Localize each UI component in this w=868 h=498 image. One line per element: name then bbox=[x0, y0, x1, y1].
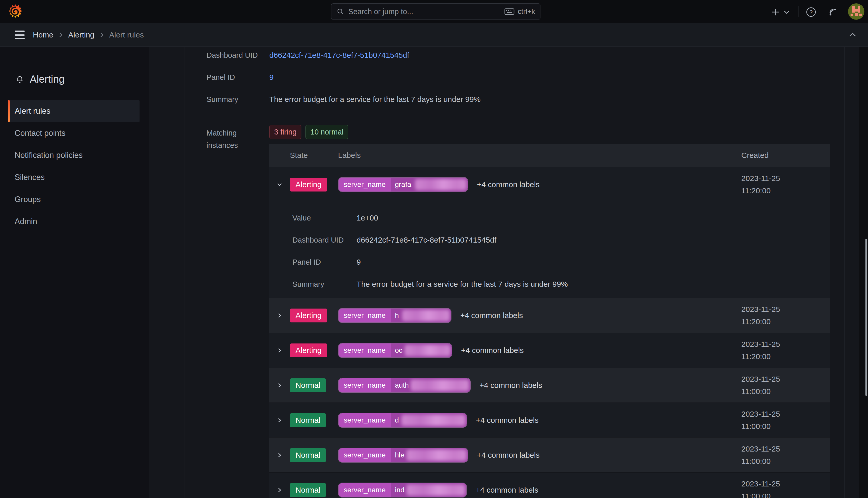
collapse-header-button[interactable] bbox=[847, 30, 858, 40]
state-badge: Alerting bbox=[290, 309, 327, 323]
table-row[interactable]: Alerting server_name grafa +4 common l bbox=[269, 167, 830, 298]
label-pill: server_name h bbox=[338, 308, 451, 323]
label-pill: server_name grafa bbox=[338, 177, 468, 192]
detail-summary: The error budget for a service for the l… bbox=[356, 280, 568, 289]
created-cell: 2023-11-2511:00:00 bbox=[741, 443, 830, 468]
summary-text: The error budget for a service for the l… bbox=[269, 95, 481, 104]
news-button[interactable] bbox=[827, 6, 839, 18]
header-state: State bbox=[290, 151, 338, 160]
table-row[interactable]: Normal server_name ind +4 common labels … bbox=[269, 472, 830, 498]
field-panel-id: Panel ID 9 bbox=[206, 66, 830, 88]
expand-row-button[interactable] bbox=[269, 312, 290, 319]
sidebar-section-title[interactable]: Alerting bbox=[15, 71, 149, 87]
sidebar-item-alert-rules[interactable]: Alert rules bbox=[0, 100, 149, 122]
sidebar-item-notification-policies[interactable]: Notification policies bbox=[0, 144, 149, 166]
state-badge: Normal bbox=[290, 413, 326, 427]
state-badge: Normal bbox=[290, 483, 326, 497]
sidebar-item-silences[interactable]: Silences bbox=[0, 166, 149, 188]
expand-row-button[interactable] bbox=[269, 486, 290, 494]
expand-row-button[interactable] bbox=[269, 451, 290, 459]
dashboard-uid-link[interactable]: d66242cf-71e8-417c-8ef7-51b0741545df bbox=[356, 236, 496, 244]
label-pill: server_name oc bbox=[338, 343, 452, 358]
redacted-blur bbox=[402, 415, 465, 426]
table-row[interactable]: Normal server_name auth +4 common labels… bbox=[269, 368, 830, 403]
grafana-logo-icon[interactable] bbox=[7, 3, 24, 20]
panel-id-link[interactable]: 9 bbox=[356, 258, 361, 266]
redacted-blur bbox=[402, 310, 450, 321]
header-created: Created bbox=[741, 149, 830, 161]
field-summary: Summary The error budget for a service f… bbox=[206, 88, 830, 110]
search-icon bbox=[337, 8, 344, 15]
redacted-blur bbox=[415, 179, 466, 190]
breadcrumb-alerting[interactable]: Alerting bbox=[68, 30, 94, 39]
scrollbar-thumb[interactable] bbox=[865, 239, 867, 396]
chevron-right-icon bbox=[276, 381, 283, 389]
instance-state-chips: 3 firing 10 normal bbox=[269, 125, 830, 139]
matching-instances-section: Matching instances 3 firing 10 normal St… bbox=[206, 125, 830, 498]
header-labels: Labels bbox=[338, 151, 741, 160]
panel-id-link[interactable]: 9 bbox=[269, 73, 274, 82]
sidebar-item-groups[interactable]: Groups bbox=[0, 188, 149, 210]
created-cell: 2023-11-2511:00:00 bbox=[741, 478, 830, 498]
chevron-right-icon bbox=[276, 486, 283, 494]
user-avatar[interactable] bbox=[848, 3, 864, 20]
chevron-down-icon bbox=[276, 181, 283, 188]
alerting-sidebar: Alerting Alert rules Contact points Noti… bbox=[0, 47, 149, 498]
table-row[interactable]: Normal server_name d +4 common labels 20… bbox=[269, 403, 830, 437]
content-divider bbox=[184, 47, 185, 498]
field-label: Summary bbox=[206, 95, 269, 104]
top-navigation-bar: Search or jump to... ctrl+k ? bbox=[0, 0, 868, 23]
svg-text:?: ? bbox=[810, 9, 813, 15]
search-input[interactable]: Search or jump to... ctrl+k bbox=[331, 3, 540, 20]
chevron-right-icon bbox=[276, 346, 283, 354]
label-pill: server_name hle bbox=[338, 448, 468, 462]
breadcrumb: Home Alerting Alert rules bbox=[33, 23, 144, 47]
sidebar-nav: Alert rules Contact points Notification … bbox=[0, 100, 149, 233]
redacted-blur bbox=[407, 449, 466, 461]
common-labels-text: +4 common labels bbox=[477, 451, 539, 459]
instances-table: State Labels Created Alerting bbox=[269, 144, 830, 498]
collapse-row-button[interactable] bbox=[269, 181, 290, 188]
state-badge: Alerting bbox=[290, 178, 327, 192]
table-row[interactable]: Alerting server_name oc +4 common labels… bbox=[269, 333, 830, 368]
chevron-right-icon bbox=[276, 312, 283, 319]
plus-icon bbox=[771, 8, 780, 16]
expand-row-button[interactable] bbox=[269, 381, 290, 389]
created-cell: 2023-11-25 11:20:00 bbox=[741, 172, 830, 197]
field-label: Panel ID bbox=[206, 73, 269, 82]
table-row[interactable]: Alerting server_name h +4 common labels … bbox=[269, 298, 830, 333]
dashboard-uid-link[interactable]: d66242cf-71e8-417c-8ef7-51b0741545df bbox=[269, 51, 409, 60]
search-placeholder: Search or jump to... bbox=[348, 8, 500, 16]
breadcrumb-home[interactable]: Home bbox=[33, 30, 53, 39]
search-shortcut: ctrl+k bbox=[504, 8, 535, 16]
expand-row-button[interactable] bbox=[269, 346, 290, 354]
table-header-row: State Labels Created bbox=[269, 144, 830, 167]
created-cell: 2023-11-2511:20:00 bbox=[741, 303, 830, 328]
add-new-dropdown-button[interactable] bbox=[782, 9, 791, 15]
common-labels-text: +4 common labels bbox=[461, 346, 524, 355]
sidebar-item-admin[interactable]: Admin bbox=[0, 210, 149, 233]
common-labels-text: +4 common labels bbox=[460, 311, 523, 320]
breadcrumb-separator-icon bbox=[99, 31, 104, 38]
sidebar-item-contact-points[interactable]: Contact points bbox=[0, 122, 149, 144]
page-right-divider bbox=[844, 47, 845, 498]
label-pill: server_name ind bbox=[338, 483, 467, 497]
created-cell: 2023-11-2511:00:00 bbox=[741, 408, 830, 433]
menu-icon[interactable] bbox=[15, 30, 25, 39]
label-pill: server_name d bbox=[338, 413, 467, 428]
created-cell: 2023-11-2511:00:00 bbox=[741, 373, 830, 398]
add-new-button[interactable] bbox=[770, 6, 781, 18]
help-button[interactable]: ? bbox=[805, 6, 817, 18]
state-badge: Alerting bbox=[290, 343, 327, 357]
redacted-blur bbox=[405, 345, 450, 356]
created-cell: 2023-11-2511:20:00 bbox=[741, 338, 830, 363]
chevron-up-icon bbox=[849, 32, 857, 38]
chevron-right-icon bbox=[276, 451, 283, 459]
normal-count-badge: 10 normal bbox=[306, 125, 348, 139]
breadcrumb-bar: Home Alerting Alert rules bbox=[0, 23, 868, 47]
expand-row-button[interactable] bbox=[269, 416, 290, 424]
common-labels-text: +4 common labels bbox=[479, 381, 542, 390]
breadcrumb-separator-icon bbox=[58, 31, 63, 38]
field-label: Dashboard UID bbox=[206, 51, 269, 60]
table-row[interactable]: Normal server_name hle +4 common labels … bbox=[269, 437, 830, 472]
